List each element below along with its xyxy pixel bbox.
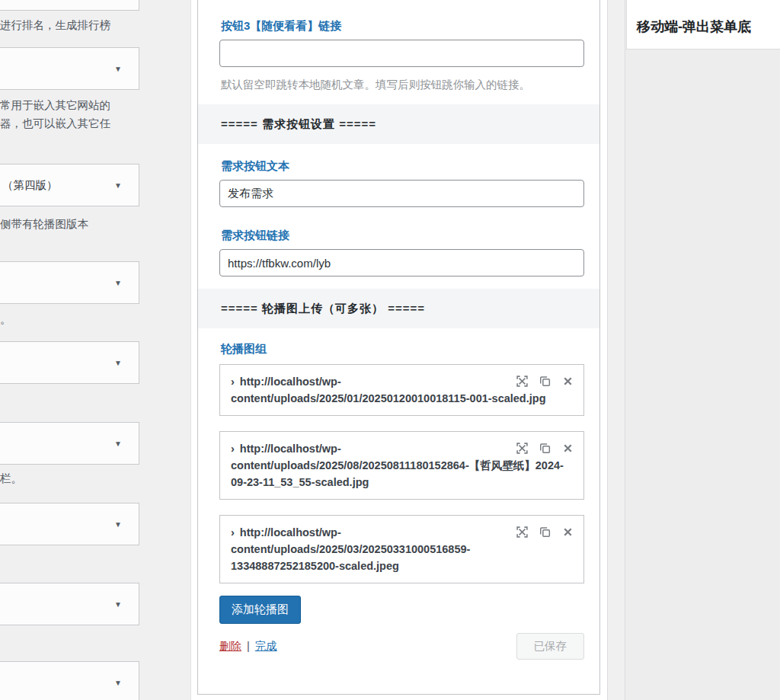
chevron-down-icon: ▼ [114,600,122,609]
left-select-6[interactable]: ▼ [0,583,139,625]
left-note-ranking: 进行排名，生成排行榜 [0,18,110,33]
widget-settings-panel: 按钮3【随便看看】链接 默认留空即跳转本地随机文章。填写后则按钮跳你输入的链接。… [197,0,600,695]
button3-link-help-text: 默认留空即跳转本地随机文章。填写后则按钮跳你输入的链接。 [221,78,584,92]
done-link[interactable]: 完成 [255,640,277,652]
section-header-demand-button: ===== 需求按钮设置 ===== [198,104,599,144]
copy-icon[interactable] [539,442,551,455]
demand-text-input[interactable] [219,180,584,207]
left-widget-column: 进行排名，生成排行榜 ▼ 常用于嵌入其它网站的 器，也可以嵌入其它任 （第四版）… [0,0,139,700]
right-sidebar-widget-card[interactable]: 移动端-弹出菜单底 [626,0,780,50]
left-select-7[interactable]: ▼ [0,661,139,700]
close-icon[interactable] [561,375,574,388]
link-separator: | [247,640,250,652]
carousel-group-label: 轮播图组 [221,342,599,356]
chevron-down-icon: ▼ [114,359,122,367]
chevron-down-icon: ▼ [114,65,122,73]
delete-link[interactable]: 删除 [219,640,241,652]
carousel-item-row[interactable]: ›http://localhost/wp-content/uploads/202… [219,431,584,500]
widget-sidebar-container: 按钮3【随便看看】链接 默认留空即跳转本地随机文章。填写后则按钮跳你输入的链接。… [190,0,608,700]
right-sidebar-title: 移动端-弹出菜单底 [637,18,780,36]
right-sidebar-area: 移动端-弹出菜单底 [625,0,780,700]
close-icon[interactable] [561,526,574,539]
section-header-carousel-upload: ===== 轮播图上传（可多张） ===== [198,289,599,328]
left-select-2[interactable]: ▼ [0,261,139,304]
left-select-3[interactable]: ▼ [0,341,139,384]
demand-text-label: 需求按钮文本 [221,159,599,174]
saved-button[interactable]: 已保存 [516,633,585,660]
copy-icon[interactable] [539,526,551,539]
chevron-down-icon: ▼ [114,679,122,687]
button3-link-input[interactable] [219,40,584,67]
left-note-column: 栏。 [0,471,22,486]
chevron-right-icon[interactable]: › [231,526,235,539]
left-note-period: 。 [0,312,11,327]
carousel-item-row[interactable]: ›http://localhost/wp-content/uploads/202… [219,515,584,583]
chevron-down-icon: ▼ [114,181,122,190]
expand-icon[interactable] [516,375,529,388]
widget-actions-row: 删除|完成 已保存 [219,633,584,660]
demand-link-label: 需求按钮链接 [221,229,599,243]
expand-icon[interactable] [516,526,529,539]
chevron-right-icon[interactable]: › [231,376,235,388]
left-note-carousel-version: 侧带有轮播图版本 [0,217,88,232]
left-select-version[interactable]: （第四版） ▼ [0,164,139,206]
expand-icon[interactable] [516,442,529,455]
left-select-1[interactable]: ▼ [0,47,139,90]
chevron-down-icon: ▼ [114,520,122,529]
copy-icon[interactable] [539,375,551,388]
chevron-down-icon: ▼ [114,279,122,287]
add-carousel-button[interactable]: 添加轮播图 [219,596,301,624]
left-note-embed-2: 器，也可以嵌入其它任 [0,117,110,131]
close-icon[interactable] [561,442,574,455]
chevron-right-icon[interactable]: › [231,443,235,455]
left-select-top-partial[interactable] [0,0,139,11]
left-select-4[interactable]: ▼ [0,422,139,465]
left-note-embed-1: 常用于嵌入其它网站的 [0,98,110,113]
demand-link-input[interactable] [219,249,584,276]
carousel-item-row[interactable]: ›http://localhost/wp-content/uploads/202… [219,364,584,416]
button3-link-label: 按钮3【随便看看】链接 [221,19,599,34]
chevron-down-icon: ▼ [114,439,122,448]
left-select-5[interactable]: ▼ [0,503,139,545]
